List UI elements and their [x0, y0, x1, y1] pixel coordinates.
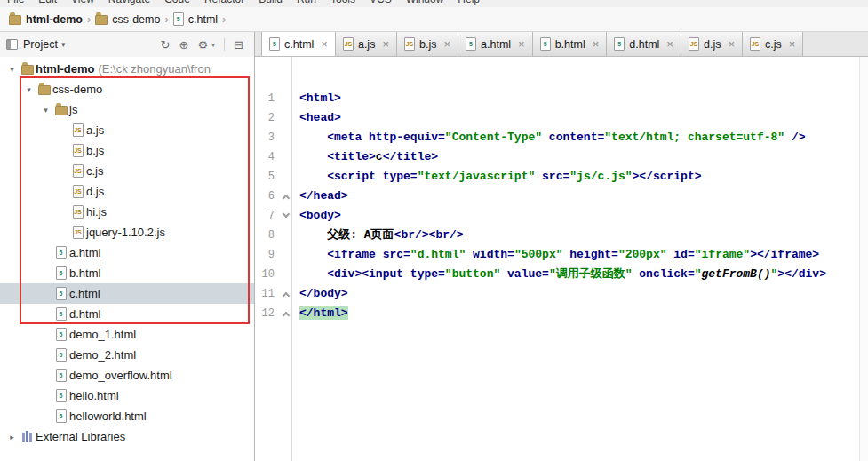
refresh-icon[interactable]: ↻: [161, 39, 171, 51]
close-tab-icon[interactable]: ×: [321, 37, 328, 51]
tree-item-js[interactable]: ▾js: [0, 99, 254, 120]
chevron-down-icon[interactable]: ▾: [211, 41, 215, 49]
js-file-icon: JS: [73, 226, 84, 239]
tab-c-js[interactable]: JSc.js×: [743, 32, 803, 56]
tree-item-c-js[interactable]: JSc.js: [0, 161, 254, 181]
code-line-7[interactable]: 7<body>: [255, 206, 868, 226]
menu-item-refactor[interactable]: Refactor: [204, 0, 244, 6]
code-line-12[interactable]: 12</html>: [255, 304, 868, 323]
tab-d-js[interactable]: JSd.js×: [681, 32, 743, 56]
tree-item-label: c.html: [69, 287, 100, 300]
menu-item-view[interactable]: View: [71, 0, 94, 6]
editor[interactable]: 1<html>2<head>3 <meta http-equiv="Conten…: [255, 57, 868, 461]
tab-c-html[interactable]: 5c.html×: [261, 32, 336, 56]
tree-item-label: a.html: [69, 246, 100, 259]
scroll-from-source-icon[interactable]: ⊕: [179, 39, 189, 51]
tree-item-a-html[interactable]: 5a.html: [0, 242, 254, 263]
tree-item-html-demo[interactable]: ▾html-demo(E:\ck zhongyuan\fron: [0, 59, 254, 79]
code-line-5[interactable]: 5 <script type="text/javascript" src="js…: [255, 167, 868, 187]
fold-column: [280, 284, 293, 304]
breadcrumb-separator-icon: ›: [87, 12, 91, 26]
tree-item-label: d.js: [86, 185, 104, 198]
menu-item-window[interactable]: Window: [406, 0, 444, 6]
breadcrumb-item-c-html[interactable]: 5c.html: [171, 11, 220, 28]
chevron-collapsed-icon[interactable]: ▸: [5, 433, 19, 441]
js-file-icon: JS: [689, 37, 699, 51]
tree-item-css-demo[interactable]: ▾css-demo: [0, 79, 254, 99]
code-line-3[interactable]: 3 <meta http-equiv="Content-Type" conten…: [255, 128, 868, 147]
tree-item-jquery-1-10-2-js[interactable]: JSjquery-1.10.2.js: [0, 222, 254, 242]
breadcrumb: html-demo›css-demo›5c.html›: [0, 7, 868, 32]
tree-item-demo-1-html[interactable]: 5demo_1.html: [0, 324, 254, 345]
code-line-2[interactable]: 2<head>: [255, 108, 868, 128]
close-tab-icon[interactable]: ×: [728, 37, 735, 51]
code-line-4[interactable]: 4 <title>c</title>: [255, 147, 868, 167]
menu-item-navigate[interactable]: Navigate: [108, 0, 150, 6]
line-number: 11: [255, 284, 280, 304]
breadcrumb-item-css-demo[interactable]: css-demo: [92, 12, 163, 28]
settings-icon[interactable]: ⚙: [197, 39, 208, 51]
menu-item-code[interactable]: Code: [164, 0, 190, 6]
menu-item-build[interactable]: Build: [259, 0, 283, 6]
project-tool-window-icon[interactable]: [6, 39, 18, 50]
tab-a-js[interactable]: JSa.js×: [336, 32, 397, 56]
tree-item-hi-js[interactable]: JShi.js: [0, 202, 254, 222]
menu-item-file[interactable]: File: [7, 0, 24, 6]
chevron-expanded-icon[interactable]: ▾: [22, 85, 36, 94]
close-tab-icon[interactable]: ×: [789, 37, 796, 51]
tab-b-js[interactable]: JSb.js×: [397, 32, 458, 56]
tree-item-external-libraries[interactable]: ▸External Libraries: [0, 426, 254, 447]
tree-item-label: css-demo: [52, 83, 102, 96]
tree-item-d-js[interactable]: JSd.js: [0, 181, 254, 202]
tab-b-html[interactable]: 5b.html×: [533, 32, 608, 56]
tree-item-b-js[interactable]: JSb.js: [0, 140, 254, 161]
collapse-all-icon[interactable]: ⊟: [234, 39, 243, 51]
menu-item-run[interactable]: Run: [297, 0, 316, 6]
tree-item-d-html[interactable]: 5d.html: [0, 304, 254, 324]
close-tab-icon[interactable]: ×: [593, 37, 600, 51]
chevron-expanded-icon[interactable]: ▾: [5, 65, 19, 74]
fold-marker-icon[interactable]: [283, 211, 290, 218]
fold-marker-icon[interactable]: [283, 292, 290, 299]
code-text: <title>c</title>: [293, 147, 438, 167]
close-tab-icon[interactable]: ×: [443, 37, 450, 51]
tab-d-html[interactable]: 5d.html×: [607, 32, 681, 56]
code-text: </body>: [293, 284, 348, 304]
project-panel-toolbar: ↻⊕⚙▾⊟: [161, 38, 254, 51]
editor-scrollbar[interactable]: [859, 57, 868, 461]
chevron-down-icon[interactable]: ▾: [61, 40, 66, 49]
project-panel: Project ▾ ↻⊕⚙▾⊟ ▾html-demo(E:\ck zhongyu…: [0, 32, 255, 461]
tree-item-label: demo_1.html: [69, 328, 136, 341]
menu-item-edit[interactable]: Edit: [38, 0, 57, 6]
code-line-6[interactable]: 6</head>: [255, 187, 868, 206]
fold-marker-icon[interactable]: [283, 195, 290, 202]
breadcrumb-separator-icon: ›: [222, 12, 226, 26]
tree-item-c-html[interactable]: 5c.html: [0, 283, 254, 304]
menu-item-tools[interactable]: Tools: [330, 0, 355, 6]
close-tab-icon[interactable]: ×: [518, 37, 525, 51]
breadcrumb-item-html-demo[interactable]: html-demo: [6, 12, 85, 28]
chevron-expanded-icon[interactable]: ▾: [39, 106, 52, 115]
tree-item-b-html[interactable]: 5b.html: [0, 263, 254, 283]
tree-item-hello-html[interactable]: 5hello.html: [0, 385, 254, 406]
close-tab-icon[interactable]: ×: [666, 37, 673, 51]
menu-item-help[interactable]: Help: [458, 0, 480, 6]
close-tab-icon[interactable]: ×: [382, 37, 389, 51]
code-line-9[interactable]: 9 <iframe src="d.html" width="500px" hei…: [255, 245, 868, 265]
tab-label: a.js: [358, 38, 375, 51]
project-panel-title[interactable]: Project: [23, 38, 58, 51]
tree-item-demo-overflow-html[interactable]: 5demo_overflow.html: [0, 365, 254, 385]
tab-label: b.js: [419, 38, 436, 51]
code-line-1[interactable]: 1<html>: [255, 89, 868, 108]
tree-item-helloworld-html[interactable]: 5helloworld.html: [0, 406, 254, 426]
line-number: 5: [255, 167, 280, 187]
toolbar-divider: [224, 38, 225, 51]
code-line-11[interactable]: 11</body>: [255, 284, 868, 304]
tree-item-demo-2-html[interactable]: 5demo_2.html: [0, 345, 254, 365]
tab-a-html[interactable]: 5a.html×: [458, 32, 533, 56]
code-line-10[interactable]: 10 <div><input type="button" value="调用子级…: [255, 265, 868, 284]
tree-item-a-js[interactable]: JSa.js: [0, 120, 254, 140]
code-line-8[interactable]: 8 父级: A页面<br/><br/>: [255, 226, 868, 245]
fold-marker-icon[interactable]: [283, 312, 290, 319]
menu-item-vcs[interactable]: VCS: [370, 0, 392, 6]
